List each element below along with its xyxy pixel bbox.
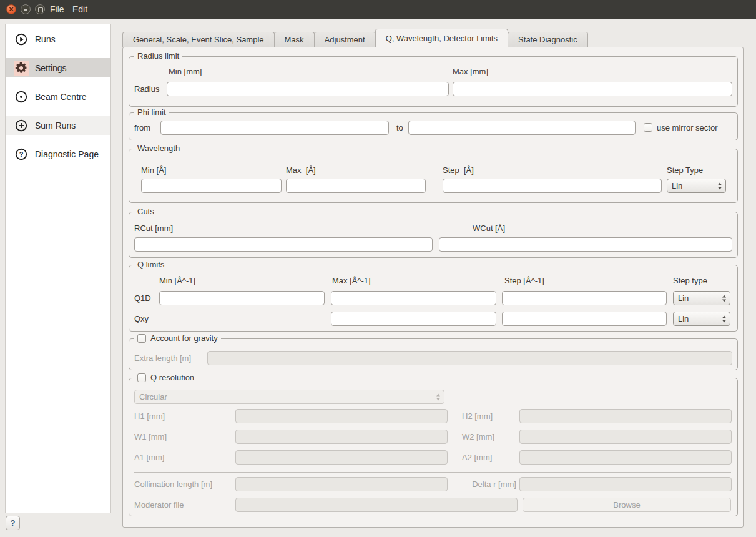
window-maximize-button[interactable] (35, 4, 45, 14)
q-step-type-header: Step type (673, 276, 707, 285)
application-window: File Edit Runs Settings Beam Centre (0, 0, 756, 537)
q-resolution-group: Q resolution Circular H1 [mm] H2 [mm] W1… (129, 378, 738, 516)
sidebar-item-sum-runs[interactable]: Sum Runs (6, 116, 110, 135)
wavelength-min-input[interactable] (141, 179, 282, 193)
tab-q-wavelength-detector-limits[interactable]: Q, Wavelength, Detector Limits (375, 29, 508, 47)
sidebar-item-diagnostic-page[interactable]: ? Diagnostic Page (6, 144, 110, 164)
help-button[interactable]: ? (6, 516, 20, 530)
q-min-header: Min [Å^-1] (159, 276, 195, 285)
wavelength-step-type-combobox[interactable]: Lin (667, 179, 726, 193)
wavelength-legend: Wavelength (134, 144, 183, 153)
wavelength-min-header: Min [Å] (141, 165, 166, 175)
q1d-row-label: Q1D (134, 291, 151, 305)
radius-max-input[interactable] (453, 82, 732, 96)
rcut-input[interactable] (134, 237, 433, 252)
delta-r-input[interactable] (519, 477, 732, 491)
play-circle-icon (14, 32, 29, 47)
q-limits-group: Q limits Min [Å^-1] Max [Å^-1] Step [Å^-… (129, 265, 738, 332)
qxy-row-label: Qxy (134, 312, 149, 326)
a2-label: A2 [mm] (462, 450, 492, 465)
moderator-file-label: Moderator file (134, 498, 184, 512)
wavelength-step-header: Step [Å] (443, 165, 474, 175)
tab-general-scale-event-slice-sample[interactable]: General, Scale, Event Slice, Sample (122, 32, 275, 47)
phi-from-input[interactable] (160, 121, 389, 135)
q-limits-legend: Q limits (134, 260, 167, 269)
h2-label: H2 [mm] (462, 409, 493, 423)
tab-mask[interactable]: Mask (274, 32, 315, 47)
plus-circle-icon (14, 118, 29, 133)
q-resolution-checkbox[interactable] (137, 373, 146, 382)
qxy-step-type-combobox[interactable]: Lin (673, 312, 730, 326)
tab-adjustment[interactable]: Adjustment (314, 32, 376, 47)
rcut-label: RCut [mm] (134, 224, 173, 233)
q1d-step-input[interactable] (502, 291, 667, 305)
wcut-input[interactable] (439, 237, 732, 252)
radius-limit-group: Radius limit Min [mm] Max [mm] Radius (129, 56, 738, 107)
wavelength-max-input[interactable] (286, 179, 426, 193)
cuts-legend: Cuts (134, 207, 157, 216)
collimation-length-label: Collimation length [m] (134, 477, 212, 491)
q-resolution-label: Q resolution (150, 373, 194, 382)
sidebar-item-runs[interactable]: Runs (6, 29, 110, 49)
q-resolution-legend: Q resolution (134, 373, 197, 382)
phi-from-label: from (134, 121, 150, 135)
wavelength-group: Wavelength Min [Å] Max [Å] Step [Å] Step… (129, 149, 738, 203)
account-for-gravity-group: Account for gravity Extra length [m] (129, 338, 738, 370)
sidebar-item-label: Beam Centre (35, 92, 86, 102)
window-close-button[interactable] (6, 4, 16, 14)
phi-limit-group: Phi limit from to use mirror sector (129, 112, 738, 140)
wavelength-step-input[interactable] (443, 179, 662, 193)
sidebar-item-settings[interactable]: Settings (6, 58, 110, 77)
h2-input[interactable] (519, 409, 732, 423)
browse-button[interactable]: Browse (523, 498, 731, 512)
beam-centre-icon (14, 89, 29, 104)
tab-bar: General, Scale, Event Slice, Sample Mask… (122, 29, 588, 47)
use-mirror-sector-checkbox[interactable] (644, 123, 652, 132)
spinner-arrows-icon (718, 182, 722, 189)
sidebar-item-beam-centre[interactable]: Beam Centre (6, 87, 110, 106)
question-circle-icon: ? (14, 147, 29, 162)
a2-input[interactable] (519, 450, 732, 465)
sidebar-item-label: Diagnostic Page (35, 149, 99, 159)
q-step-header: Step [Å^-1] (504, 276, 544, 285)
use-mirror-sector-label: use mirror sector (657, 121, 718, 135)
menu-edit[interactable]: Edit (69, 0, 91, 19)
svg-text:?: ? (19, 150, 24, 157)
a1-input[interactable] (235, 450, 448, 465)
phi-to-label: to (396, 121, 403, 135)
q1d-min-input[interactable] (159, 291, 325, 305)
q-max-header: Max [Å^-1] (332, 276, 371, 285)
h1-input[interactable] (235, 409, 448, 423)
w2-input[interactable] (519, 430, 732, 444)
wavelength-max-header: Max [Å] (286, 165, 316, 175)
window-minimize-button[interactable] (21, 4, 31, 14)
moderator-file-input[interactable] (235, 498, 518, 512)
radius-min-header: Min [mm] (169, 67, 202, 76)
spinner-arrows-icon (722, 295, 726, 302)
settings-tab-page: Radius limit Min [mm] Max [mm] Radius Ph… (122, 47, 744, 528)
radius-limit-legend: Radius limit (134, 51, 182, 61)
account-for-gravity-label: Account for gravity (150, 333, 218, 343)
window-titlebar: File Edit (0, 0, 756, 19)
radius-max-header: Max [mm] (453, 67, 488, 76)
radius-min-input[interactable] (167, 82, 449, 96)
spinner-arrows-icon (722, 315, 726, 322)
account-for-gravity-checkbox[interactable] (137, 334, 146, 343)
qxy-step-input[interactable] (502, 312, 667, 326)
collimation-length-input[interactable] (235, 477, 448, 491)
qxy-max-input[interactable] (331, 312, 496, 326)
tab-state-diagnostic[interactable]: State Diagnostic (508, 32, 588, 47)
w1-label: W1 [mm] (134, 430, 167, 444)
q1d-max-input[interactable] (331, 291, 496, 305)
w1-input[interactable] (235, 430, 448, 444)
menu-file[interactable]: File (46, 0, 68, 19)
sidebar-item-label: Sum Runs (35, 121, 76, 131)
sidebar-item-label: Settings (35, 63, 67, 73)
q-resolution-shape-combobox[interactable]: Circular (134, 390, 444, 404)
q1d-step-type-combobox[interactable]: Lin (673, 291, 730, 305)
phi-limit-legend: Phi limit (134, 107, 169, 117)
phi-to-input[interactable] (408, 121, 636, 135)
delta-r-label: Delta r [mm] (463, 477, 516, 491)
extra-length-label: Extra length [m] (134, 351, 191, 365)
extra-length-input[interactable] (207, 351, 732, 365)
